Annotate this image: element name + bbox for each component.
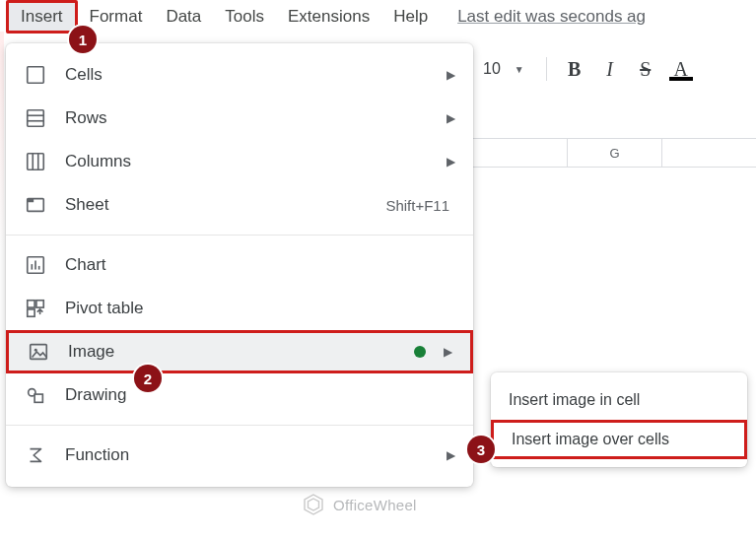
insert-cells-label: Cells xyxy=(65,65,441,85)
image-icon xyxy=(27,340,50,364)
insert-chart[interactable]: Chart xyxy=(6,243,473,287)
sheet-icon xyxy=(24,193,47,217)
menu-help[interactable]: Help xyxy=(381,3,440,31)
insert-function-label: Function xyxy=(65,445,441,465)
step-1-number: 1 xyxy=(79,32,87,48)
insert-image-in-cell[interactable]: Insert image in cell xyxy=(491,380,747,420)
submenu-arrow-icon: ▶ xyxy=(444,345,452,359)
menubar: Insert Format Data Tools Extensions Help… xyxy=(0,0,756,34)
svg-rect-15 xyxy=(28,309,34,316)
text-color-button[interactable]: A xyxy=(665,53,697,85)
sheet-body[interactable] xyxy=(473,168,756,539)
svg-rect-4 xyxy=(28,154,44,170)
submenu-arrow-icon: ▶ xyxy=(447,155,455,168)
left-highlight-hint xyxy=(0,32,4,248)
svg-marker-20 xyxy=(305,495,322,514)
menu-insert-label: Insert xyxy=(21,7,63,26)
rows-icon xyxy=(24,106,47,130)
insert-pivot[interactable]: Pivot table xyxy=(6,287,473,330)
insert-rows[interactable]: Rows ▶ xyxy=(6,97,473,140)
new-feature-dot-icon xyxy=(414,346,426,358)
insert-drawing[interactable]: Drawing xyxy=(6,373,473,417)
drawing-icon xyxy=(24,383,47,407)
insert-sheet-shortcut: Shift+F11 xyxy=(385,197,449,214)
menu-tools[interactable]: Tools xyxy=(213,3,276,31)
submenu-arrow-icon: ▶ xyxy=(447,68,455,82)
font-size-dropdown-icon[interactable]: ▼ xyxy=(515,64,524,75)
column-blank[interactable] xyxy=(473,139,568,167)
insert-columns-label: Columns xyxy=(65,152,441,171)
insert-sheet-label: Sheet xyxy=(65,195,385,215)
insert-rows-label: Rows xyxy=(65,108,441,128)
watermark: OfficeWheel xyxy=(302,493,417,516)
image-submenu: Insert image in cell Insert image over c… xyxy=(491,372,747,467)
insert-dropdown: Cells ▶ Rows ▶ Columns ▶ Sheet Shift+F11… xyxy=(6,43,473,487)
step-badge-1: 1 xyxy=(69,26,97,53)
column-header: G xyxy=(473,138,756,168)
last-edit-link[interactable]: Last edit was seconds ag xyxy=(457,7,646,27)
watermark-text: OfficeWheel xyxy=(333,497,417,513)
columns-icon xyxy=(24,150,47,173)
insert-columns[interactable]: Columns ▶ xyxy=(6,140,473,183)
menu-data-label: Data xyxy=(166,7,201,26)
menu-extensions[interactable]: Extensions xyxy=(276,3,381,31)
pivot-icon xyxy=(24,297,47,320)
menu-data[interactable]: Data xyxy=(154,3,213,31)
insert-image-over-cells[interactable]: Insert image over cells xyxy=(491,420,747,459)
submenu-arrow-icon: ▶ xyxy=(447,448,455,462)
insert-image-in-cell-label: Insert image in cell xyxy=(509,391,640,409)
column-blank-2[interactable] xyxy=(662,139,756,167)
last-edit-text: Last edit was seconds ag xyxy=(457,7,646,26)
step-badge-2: 2 xyxy=(134,365,162,392)
step-2-number: 2 xyxy=(144,371,152,387)
text-color-glyph: A xyxy=(673,58,687,81)
insert-image-label: Image xyxy=(68,342,414,362)
menu-extensions-label: Extensions xyxy=(288,7,370,26)
chart-icon xyxy=(24,253,47,277)
bold-glyph: B xyxy=(568,58,581,81)
strike-glyph: S xyxy=(640,58,651,81)
insert-sheet[interactable]: Sheet Shift+F11 xyxy=(6,183,473,227)
bold-button[interactable]: B xyxy=(559,53,590,85)
strikethrough-button[interactable]: S xyxy=(630,53,661,85)
svg-rect-13 xyxy=(28,301,34,307)
insert-pivot-label: Pivot table xyxy=(65,299,455,318)
svg-marker-21 xyxy=(309,499,319,510)
insert-image[interactable]: Image ▶ xyxy=(6,330,473,373)
insert-image-over-cells-label: Insert image over cells xyxy=(512,431,669,448)
toolbar-fragment: 10 ▼ B I S A xyxy=(473,49,697,89)
insert-drawing-label: Drawing xyxy=(65,385,455,405)
insert-cells[interactable]: Cells ▶ xyxy=(6,53,473,97)
menu-tools-label: Tools xyxy=(225,7,264,26)
svg-rect-14 xyxy=(36,301,43,307)
insert-chart-label: Chart xyxy=(65,255,455,275)
submenu-arrow-icon: ▶ xyxy=(447,111,455,125)
menu-help-label: Help xyxy=(393,7,428,26)
svg-rect-8 xyxy=(28,199,34,203)
menu-format-label: Format xyxy=(90,7,143,26)
function-icon xyxy=(24,443,47,467)
toolbar-separator xyxy=(546,57,547,81)
step-badge-3: 3 xyxy=(467,436,495,463)
svg-rect-19 xyxy=(34,394,42,402)
column-g-label: G xyxy=(609,146,619,161)
italic-glyph: I xyxy=(606,58,613,81)
cells-icon xyxy=(24,63,47,87)
menu-divider xyxy=(6,425,473,426)
column-g[interactable]: G xyxy=(568,139,662,167)
menu-insert[interactable]: Insert xyxy=(6,0,78,34)
officewheel-logo-icon xyxy=(302,493,325,516)
italic-button[interactable]: I xyxy=(594,53,626,85)
font-size-value[interactable]: 10 xyxy=(473,60,511,78)
menu-divider xyxy=(6,235,473,236)
svg-rect-1 xyxy=(28,110,44,127)
insert-function[interactable]: Function ▶ xyxy=(6,434,473,477)
step-3-number: 3 xyxy=(477,441,485,458)
svg-rect-0 xyxy=(28,67,44,84)
